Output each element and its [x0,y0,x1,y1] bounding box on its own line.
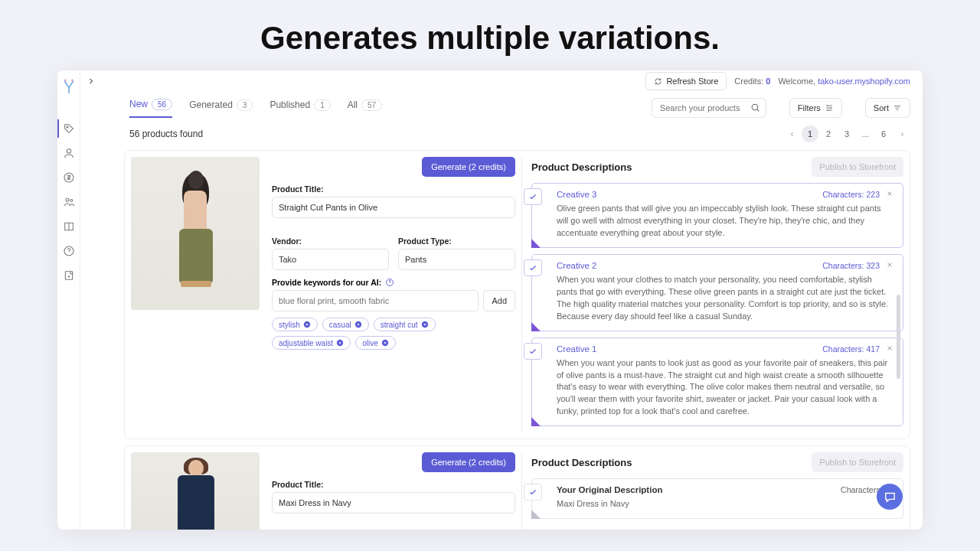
nav-dollar-icon[interactable] [63,171,75,184]
vendor-label: Vendor: [272,236,389,246]
subbar: 56 products found 1 2 3 ... 6 [80,118,923,145]
tag-item[interactable]: adjustable waist [272,336,351,350]
sort-button[interactable]: Sort [865,98,910,118]
app-logo [62,78,76,95]
add-keyword-button[interactable]: Add [483,290,515,311]
select-description[interactable] [524,259,542,276]
dismiss-icon[interactable] [886,261,893,270]
tag-item[interactable]: straight cut [374,318,436,331]
svg-point-0 [64,79,67,81]
description-text: When you want your pants to look just as… [557,357,893,419]
page-6[interactable]: 6 [875,126,892,142]
nav-group-icon[interactable] [63,196,75,208]
check-icon [528,487,537,497]
store-link[interactable]: tako-user.myshopify.com [818,77,910,86]
descriptions-heading: Product Descriptions [531,161,632,173]
product-title-label: Product Title: [272,480,515,489]
scrollbar[interactable] [897,295,900,379]
page-2[interactable]: 2 [820,126,837,142]
refresh-store-button[interactable]: Refresh Store [645,72,727,90]
nav-help-icon[interactable] [63,245,75,257]
refresh-label: Refresh Store [666,77,718,86]
keyword-tags: stylish casual straight cut adjustable w… [272,318,515,350]
search-wrap [652,98,766,118]
svg-point-5 [66,198,69,201]
hero-headline: Generates multiple variations. [0,0,980,70]
select-description[interactable] [524,343,542,360]
sidebar [57,70,80,530]
help-icon[interactable] [385,278,394,287]
chat-widget[interactable] [877,484,903,510]
topbar: Refresh Store Credits: 0 Welcome, tako-u… [80,70,923,92]
svg-point-6 [70,199,72,201]
nav-tag-icon[interactable] [63,122,75,135]
page-next[interactable] [893,126,910,142]
product-title-input[interactable] [272,197,515,218]
product-type-input[interactable] [398,249,515,270]
dismiss-icon[interactable] [886,344,893,354]
nav-new-doc-icon[interactable] [63,269,75,282]
filters-button[interactable]: Filters [789,98,842,118]
svg-point-2 [67,126,68,128]
credits: Credits: 0 [734,77,770,86]
select-description[interactable] [524,188,542,205]
description-card[interactable]: Creative 3Characters: 223 Olive green pa… [531,183,903,248]
dismiss-icon[interactable] [886,190,893,199]
tag-item[interactable]: stylish [272,318,318,331]
product-image [131,157,260,310]
sort-icon [893,103,902,112]
sliders-icon [825,103,834,112]
svg-point-3 [67,149,70,153]
svg-point-9 [752,104,758,110]
description-card[interactable]: Creative 2Characters: 323 When you want … [531,254,903,331]
tag-item[interactable]: casual [322,318,369,331]
generate-button[interactable]: Generate (2 credits) [422,452,515,472]
page-ellipsis: ... [857,126,874,142]
close-icon [354,321,362,328]
app-window: Refresh Store Credits: 0 Welcome, tako-u… [57,70,923,530]
tab-published[interactable]: Published1 [270,99,330,117]
sidebar-expand-icon[interactable] [87,77,96,86]
page-3[interactable]: 3 [838,126,855,142]
description-text: When you want your clothes to match your… [557,274,893,323]
publish-button: Publish to Storefront [812,157,903,177]
generate-button[interactable]: Generate (2 credits) [422,157,515,177]
tab-generated[interactable]: Generated3 [189,99,253,117]
main-panel: Refresh Store Credits: 0 Welcome, tako-u… [80,70,923,530]
description-text: Olive green pants that will give you an … [557,203,893,240]
description-text: Maxi Dress in Navy [557,498,893,510]
vendor-input[interactable] [272,249,389,270]
close-icon [381,339,389,347]
descriptions-heading: Product Descriptions [531,457,632,468]
product-title-label: Product Title: [272,184,515,194]
close-icon [421,321,429,328]
search-input[interactable] [652,98,766,118]
chat-icon [884,491,897,504]
publish-button: Publish to Storefront [812,452,903,472]
tab-all[interactable]: All57 [348,99,382,117]
check-icon [528,347,537,356]
description-card[interactable]: Creative 1Characters: 417 When you want … [531,337,903,427]
description-card[interactable]: Your Original DescriptionCharacters: 18 … [531,478,903,519]
nav-user-icon[interactable] [63,147,75,159]
search-icon [750,103,760,112]
close-icon [303,321,311,328]
product-card: Generate (2 credits) Product Title: Vend… [124,150,910,439]
keywords-input[interactable] [272,290,479,311]
welcome-text: Welcome, tako-user.myshopify.com [778,77,910,86]
page-1[interactable]: 1 [802,126,818,142]
product-type-label: Product Type: [398,236,515,246]
check-icon [528,192,537,201]
keywords-label: Provide keywords for our AI: [272,278,381,287]
product-title-input[interactable] [272,492,515,514]
page-prev[interactable] [783,126,800,142]
pagination: 1 2 3 ... 6 [783,126,910,142]
tag-item[interactable]: olive [355,336,396,350]
tab-bar: New56 Generated3 Published1 All57 Filter… [80,92,923,118]
tab-new[interactable]: New56 [129,99,172,118]
products-found: 56 products found [129,129,203,139]
content-area: Generate (2 credits) Product Title: Vend… [80,145,923,530]
select-description[interactable] [524,484,542,500]
nav-book-icon[interactable] [63,220,75,233]
check-icon [528,263,537,272]
